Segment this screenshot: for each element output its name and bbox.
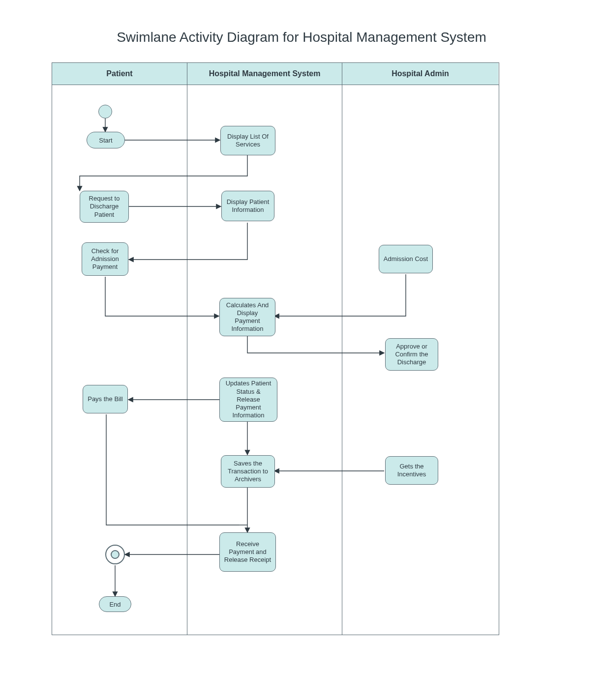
start-node: Start — [87, 132, 125, 148]
display-services-node: Display List Of Services — [220, 126, 275, 155]
updates-status-node: Updates Patient Status & Release Payment… — [219, 378, 277, 422]
display-services-label: Display List Of Services — [225, 133, 271, 149]
display-patient-info-label: Display Patient Information — [226, 198, 270, 214]
diagram-title: Swimlane Activity Diagram for Hospital M… — [0, 29, 603, 45]
initial-node-icon — [98, 105, 112, 118]
gets-incentives-label: Gets the Incentives — [390, 463, 434, 479]
request-discharge-node: Request to Discharge Patient — [80, 191, 129, 223]
check-admission-label: Check for Adnission Payment — [86, 247, 124, 271]
display-patient-info-node: Display Patient Information — [221, 191, 274, 221]
check-admission-node: Check for Adnission Payment — [82, 242, 128, 276]
updates-status-label: Updates Patient Status & Release Payment… — [224, 379, 273, 419]
end-node: End — [99, 596, 131, 612]
saves-transaction-label: Saves the Transaction to Archivers — [225, 460, 271, 484]
approve-discharge-node: Approve or Confirm the Discharge — [385, 338, 438, 371]
end-label: End — [109, 601, 121, 608]
lane-header-admin: Hospital Admin — [342, 63, 498, 85]
receive-payment-node: Receive Payment and Release Receipt — [219, 532, 276, 572]
admission-cost-node: Admission Cost — [379, 245, 433, 273]
receive-payment-label: Receive Payment and Release Receipt — [224, 540, 271, 564]
swimlane-frame: Patient Hospital Management System Hospi… — [52, 62, 499, 635]
admission-cost-label: Admission Cost — [384, 255, 428, 263]
lane-headers: Patient Hospital Management System Hospi… — [52, 63, 499, 85]
lane-header-hms: Hospital Management System — [187, 63, 342, 85]
lane-header-patient: Patient — [52, 63, 187, 85]
final-node-icon — [105, 545, 125, 564]
saves-transaction-node: Saves the Transaction to Archivers — [221, 455, 275, 488]
request-discharge-label: Request to Discharge Patient — [84, 195, 124, 219]
approve-discharge-label: Approve or Confirm the Discharge — [390, 343, 434, 367]
pays-bill-label: Pays the Bill — [88, 395, 123, 403]
gets-incentives-node: Gets the Incentives — [385, 456, 438, 485]
calculates-display-node: Calculates And Display Payment Informati… — [219, 298, 275, 336]
calculates-display-label: Calculates And Display Payment Informati… — [224, 301, 271, 333]
start-label: Start — [99, 137, 112, 144]
pays-bill-node: Pays the Bill — [83, 385, 128, 413]
